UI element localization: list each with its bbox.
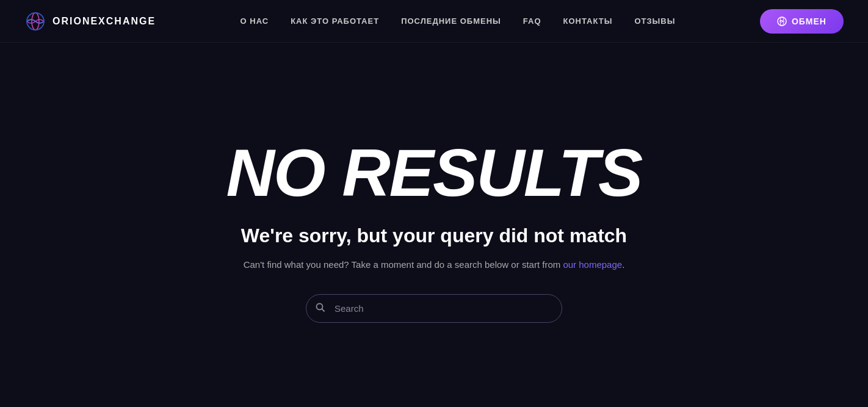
svg-point-4 — [778, 17, 786, 26]
description-text: Can't find what you need? Take a moment … — [244, 259, 561, 270]
homepage-link[interactable]: our homepage — [563, 259, 622, 270]
subtitle: We're sorry, but your query did not matc… — [241, 225, 627, 247]
nav-item-contacts[interactable]: КОНТАКТЫ — [563, 16, 613, 26]
nav-item-reviews[interactable]: ОТЗЫВЫ — [634, 16, 675, 26]
main-nav: О НАС КАК ЭТО РАБОТАЕТ ПОСЛЕДНИЕ ОБМЕНЫ … — [241, 16, 676, 26]
search-container — [306, 294, 562, 323]
main-content: NO RESULTS We're sorry, but your query d… — [0, 43, 868, 407]
site-header: ORIONEXCHANGE О НАС КАК ЭТО РАБОТАЕТ ПОС… — [0, 0, 868, 43]
nav-item-how-it-works[interactable]: КАК ЭТО РАБОТАЕТ — [291, 16, 379, 26]
no-results-title: NO RESULTS — [226, 139, 642, 206]
nav-item-faq[interactable]: FAQ — [523, 16, 541, 26]
nav-item-about[interactable]: О НАС — [241, 16, 269, 26]
exchange-button-label: ОБМЕН — [792, 16, 826, 26]
search-input[interactable] — [306, 294, 562, 323]
logo-text: ORIONEXCHANGE — [52, 16, 156, 27]
logo-area[interactable]: ORIONEXCHANGE — [24, 10, 156, 32]
exchange-icon — [777, 16, 787, 26]
logo-icon — [24, 10, 46, 32]
description-suffix: . — [622, 259, 624, 270]
exchange-button[interactable]: ОБМЕН — [760, 9, 844, 34]
nav-item-last-exchanges[interactable]: ПОСЛЕДНИЕ ОБМЕНЫ — [401, 16, 501, 26]
description: Can't find what you need? Take a moment … — [244, 259, 625, 270]
